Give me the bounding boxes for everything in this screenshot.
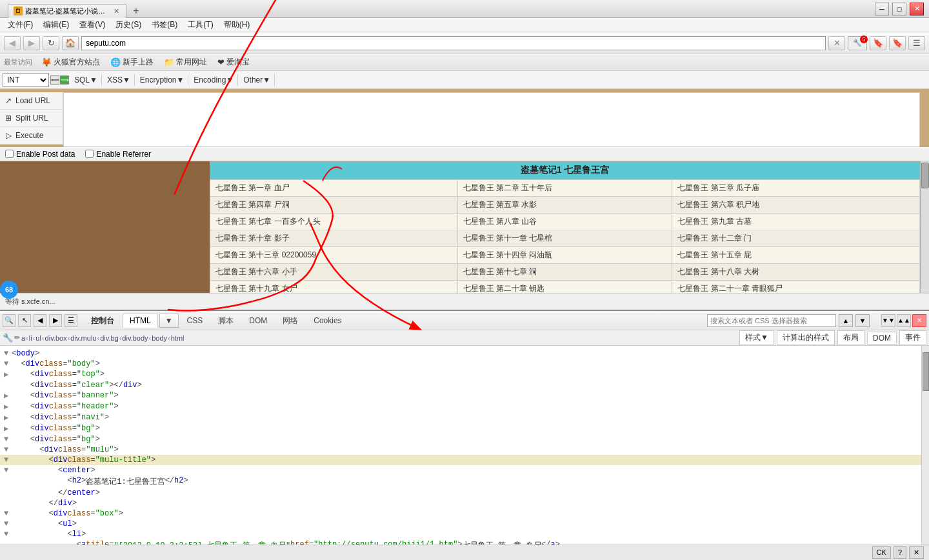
devtools-search-prev[interactable]: ▲ [839, 314, 853, 327]
menu-help[interactable]: 帮助(H) [219, 18, 255, 32]
addons-button[interactable]: 5 🔧 [848, 36, 867, 50]
events-tab[interactable]: 事件 [899, 330, 926, 345]
tree-line[interactable]: </div> [0, 498, 921, 508]
bookmark-common[interactable]: 📁 常用网址 [160, 55, 211, 69]
devtools-tab-html-dropdown[interactable]: ▼ [159, 314, 179, 328]
help-button[interactable]: ? [894, 546, 906, 559]
tree-line[interactable]: </center> [0, 488, 921, 498]
load-url-button[interactable]: ↗ Load URL [0, 92, 63, 110]
breadcrumb-a[interactable]: a [21, 334, 25, 342]
breadcrumb-body[interactable]: body [152, 334, 167, 342]
breadcrumb-edit-icon[interactable]: ✏ [14, 334, 20, 342]
bookmark-firefox[interactable]: 🦊 火狐官方站点 [37, 55, 104, 69]
tree-line[interactable]: ▼ <div class="mulu-title"> [0, 455, 921, 465]
tree-line[interactable]: ▶ <div class="banner"> [0, 390, 921, 401]
chapter-cell[interactable]: 七星鲁王 第九章 古墓 [672, 214, 920, 230]
devtools-pick-icon[interactable]: ↖ [18, 314, 31, 327]
tree-toggle[interactable]: ▼ [4, 509, 12, 518]
devtools-scrollbar[interactable] [921, 346, 929, 545]
breadcrumb-ul[interactable]: ul [35, 334, 41, 342]
tree-toggle[interactable]: ▶ [4, 370, 12, 379]
tree-line[interactable]: <h2> 盗墓笔记1:七星鲁王宫 </h2> [0, 475, 921, 488]
chapter-cell[interactable]: 七星鲁王 第三章 瓜子庙 [672, 180, 920, 197]
tree-line[interactable]: ▼ <ul> [0, 519, 921, 529]
tree-toggle[interactable]: ▼ [4, 519, 12, 528]
enable-referrer[interactable]: Enable Referrer [85, 150, 151, 159]
url-input-area[interactable] [63, 92, 920, 147]
chapter-cell[interactable]: 七星鲁王 第七章 一百多个人头 [210, 214, 458, 230]
chapter-cell[interactable]: 七星鲁王 第十四章 闷油瓶 [457, 247, 672, 264]
devtools-tab-script[interactable]: 脚本 [211, 314, 241, 328]
menu-file[interactable]: 文件(F) [3, 18, 38, 32]
forward-button[interactable]: ▶ [23, 36, 40, 50]
tree-line[interactable]: ▶ <div class="bg"> [0, 423, 921, 434]
devtools-tab-css[interactable]: CSS [180, 314, 210, 328]
chapter-cell[interactable]: 七星鲁王 第十五章 屁 [672, 247, 920, 264]
split-url-button[interactable]: ⊞ Split URL [0, 110, 63, 127]
floating-badge[interactable]: 68 [0, 281, 18, 299]
menu-button[interactable]: ☰ [908, 36, 925, 50]
tree-line[interactable]: ▼ <li> [0, 529, 921, 539]
devtools-tab-network[interactable]: 网络 [275, 314, 305, 328]
breadcrumb-divbox[interactable]: div.box [45, 334, 67, 342]
nav-icon2[interactable]: 🔖 [889, 36, 906, 50]
stop-button[interactable]: ✕ [828, 36, 845, 50]
browser-tab-active[interactable]: 🗒 盗墓笔记·盗墓笔记小说全... ✕ [8, 4, 126, 18]
tree-line[interactable]: ▼ <div class="bg"> [0, 434, 921, 445]
tree-line[interactable]: ▶ <div class="navi"> [0, 412, 921, 423]
devtools-tab-html[interactable]: HTML [123, 314, 158, 328]
chapter-cell[interactable]: 七星鲁王 第一章 血尸 [210, 180, 458, 197]
tree-line[interactable]: ▼ <div class="box"> [0, 508, 921, 519]
devtools-bottom-close[interactable]: ✕ [909, 546, 924, 559]
address-bar[interactable] [81, 36, 826, 50]
url-textarea[interactable] [64, 93, 919, 146]
chapter-cell[interactable]: 七星鲁王 第十一章 七星棺 [457, 230, 672, 247]
close-button[interactable]: ✕ [910, 3, 924, 15]
tree-toggle[interactable]: ▼ [4, 359, 12, 368]
new-tab-button[interactable]: + [129, 4, 143, 18]
tree-toggle[interactable]: ▶ [4, 424, 12, 434]
bookmark-newuser[interactable]: 🌐 新手上路 [106, 55, 157, 69]
chapter-cell[interactable]: 七星鲁王 第十八章 大树 [672, 264, 920, 281]
chapter-cell[interactable]: 七星鲁王 第五章 水影 [457, 197, 672, 214]
devtools-prev-icon[interactable]: ◀ [34, 314, 46, 327]
chapter-cell[interactable]: 七星鲁王 第十章 影子 [210, 230, 458, 247]
devtools-list-icon[interactable]: ☰ [65, 314, 77, 327]
tree-toggle[interactable]: ▶ [4, 413, 12, 423]
hackbar-xss[interactable]: XSS▼ [103, 74, 135, 86]
chapter-cell[interactable]: 七星鲁王 第十七章 洞 [457, 264, 672, 281]
hackbar-arrow-right[interactable]: ⟹ [60, 75, 69, 85]
devtools-search-next[interactable]: ▼ [855, 314, 870, 327]
post-data-checkbox[interactable] [5, 150, 14, 158]
menu-view[interactable]: 查看(V) [74, 18, 110, 32]
tree-line[interactable]: ▼ <div class="mulu"> [0, 445, 921, 455]
devtools-expand[interactable]: ▲▲ [897, 314, 911, 327]
enable-post-data[interactable]: Enable Post data [5, 150, 75, 159]
nav-icon1[interactable]: 🔖 [870, 36, 886, 50]
tab-close-button[interactable]: ✕ [112, 6, 121, 15]
hackbar-encryption[interactable]: Encryption▼ [136, 74, 189, 86]
styles-tab[interactable]: 样式▼ [739, 330, 774, 345]
tree-line[interactable]: ▶ <div class="top"> [0, 369, 921, 380]
tree-line[interactable]: ▶ <div class="header"> [0, 401, 921, 412]
tree-toggle[interactable]: ▼ [4, 530, 12, 539]
menu-bookmarks[interactable]: 书签(B) [146, 18, 183, 32]
chapter-cell[interactable]: 七星鲁王 第八章 山谷 [457, 214, 672, 230]
computed-styles-tab[interactable]: 计算出的样式 [777, 330, 835, 345]
minimize-button[interactable]: ─ [875, 3, 889, 15]
dom-tab[interactable]: DOM [867, 332, 897, 345]
breadcrumb-divmulu[interactable]: div.mulu [70, 334, 96, 342]
chapter-cell[interactable]: 七星鲁王 第二章 五十年后 [457, 180, 672, 197]
hackbar-other[interactable]: Other▼ [239, 74, 275, 86]
chapter-cell[interactable]: 七星鲁王 第十六章 小手 [210, 264, 458, 281]
chapter-cell[interactable]: 七星鲁王 第四章 尸洞 [210, 197, 458, 214]
devtools-next-icon[interactable]: ▶ [49, 314, 62, 327]
chapter-cell[interactable]: 七星鲁王 第十三章 02200059 [210, 247, 458, 264]
menu-history[interactable]: 历史(S) [110, 18, 146, 32]
home-button[interactable]: 🏠 [62, 36, 79, 50]
breadcrumb-li[interactable]: li [29, 334, 32, 342]
tree-line[interactable]: ▼<body> [0, 348, 921, 359]
maximize-button[interactable]: □ [892, 3, 906, 15]
hackbar-arrow-left[interactable]: ⟸ [50, 75, 59, 85]
devtools-scrollbar-thumb[interactable] [923, 352, 929, 391]
